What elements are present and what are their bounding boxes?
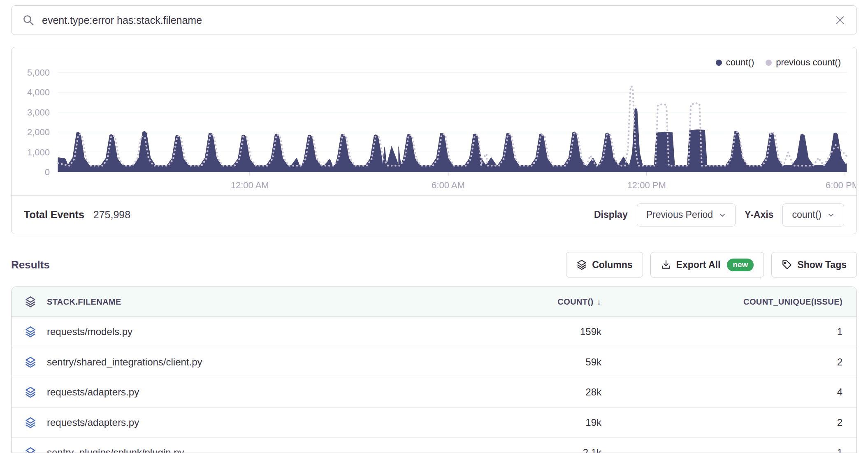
cell-count-unique: 2 [601, 356, 856, 368]
cell-count-unique: 4 [601, 386, 856, 398]
legend-item-previous-count[interactable]: previous count() [766, 57, 841, 68]
table-row[interactable]: sentry/shared_integrations/client.py 59k… [12, 347, 856, 378]
cell-stack-filename[interactable]: requests/adapters.py [36, 386, 429, 398]
cell-stack-filename[interactable]: requests/adapters.py [36, 417, 429, 428]
cell-stack-filename[interactable]: requests/models.py [36, 326, 429, 337]
results-header-row: Results Columns Export All new Show Tags [11, 252, 857, 277]
display-label: Display [594, 209, 628, 220]
layers-icon [12, 356, 36, 368]
export-all-button[interactable]: Export All new [650, 252, 764, 277]
svg-text:0: 0 [45, 167, 50, 177]
svg-text:4,000: 4,000 [27, 87, 50, 97]
column-header-count[interactable]: COUNT() ↓ [429, 296, 601, 307]
columns-button[interactable]: Columns [566, 252, 643, 277]
yaxis-select-value: count() [792, 209, 822, 220]
chart-footer: Total Events 275,998 Display Previous Pe… [12, 195, 856, 234]
column-header-stack-filename[interactable]: STACK.FILENAME [36, 297, 429, 307]
clear-search-icon[interactable] [834, 14, 846, 26]
columns-button-label: Columns [592, 259, 632, 270]
cell-count-unique: 2 [601, 417, 856, 428]
display-select[interactable]: Previous Period [637, 203, 736, 226]
total-events-value: 275,998 [93, 209, 130, 221]
column-header-count-unique[interactable]: COUNT_UNIQUE(ISSUE) [601, 297, 856, 307]
svg-text:12:00 AM: 12:00 AM [231, 180, 269, 190]
legend-label-count: count() [726, 57, 754, 68]
layers-icon [12, 386, 36, 398]
cell-stack-filename[interactable]: sentry/shared_integrations/client.py [36, 356, 429, 368]
total-events-label: Total Events [24, 209, 84, 221]
events-chart[interactable]: 01,0002,0003,0004,0005,00012:00 AM6:00 A… [12, 47, 856, 195]
new-badge: new [727, 259, 754, 271]
legend-label-previous-count: previous count() [776, 57, 841, 68]
table-row[interactable]: requests/adapters.py 19k 2 [12, 408, 856, 438]
table-header-row: STACK.FILENAME COUNT() ↓ COUNT_UNIQUE(IS… [12, 287, 856, 317]
show-tags-button[interactable]: Show Tags [771, 252, 857, 277]
search-bar [11, 5, 857, 35]
cell-count: 2.1k [429, 447, 601, 453]
cell-count-unique: 1 [601, 447, 856, 453]
layers-icon [576, 259, 587, 270]
legend-item-count[interactable]: count() [716, 57, 754, 68]
results-table: STACK.FILENAME COUNT() ↓ COUNT_UNIQUE(IS… [11, 287, 857, 453]
svg-text:2,000: 2,000 [27, 127, 50, 137]
svg-text:12:00 PM: 12:00 PM [627, 180, 666, 190]
legend-dot-count [716, 60, 722, 66]
show-tags-button-label: Show Tags [797, 259, 847, 270]
cell-count: 59k [429, 356, 601, 368]
svg-text:3,000: 3,000 [27, 107, 50, 118]
events-chart-card: count() previous count() 01,0002,0003,00… [11, 47, 857, 234]
svg-text:6:00 AM: 6:00 AM [432, 180, 465, 190]
cell-stack-filename[interactable]: sentry_plugins/splunk/plugin.py [36, 447, 429, 453]
cell-count: 159k [429, 326, 601, 337]
table-body: requests/models.py 159k 1 sentry/shared_… [12, 317, 856, 453]
table-row[interactable]: requests/models.py 159k 1 [12, 317, 856, 347]
legend-dot-previous-count [766, 60, 772, 66]
layers-icon [25, 296, 36, 307]
download-icon [661, 259, 671, 270]
tag-icon [782, 259, 792, 270]
svg-text:6:00 PM: 6:00 PM [826, 180, 856, 190]
svg-text:1,000: 1,000 [27, 147, 50, 157]
yaxis-label: Y-Axis [745, 209, 773, 220]
chart-legend: count() previous count() [716, 57, 841, 68]
search-input[interactable] [42, 14, 834, 26]
svg-text:5,000: 5,000 [27, 67, 50, 78]
search-icon [22, 14, 35, 26]
results-title: Results [11, 259, 50, 271]
layers-icon [12, 417, 36, 428]
layers-icon [12, 447, 36, 453]
layers-icon [12, 326, 36, 337]
display-select-value: Previous Period [646, 209, 713, 220]
cell-count-unique: 1 [601, 326, 856, 337]
chevron-down-icon [827, 211, 835, 219]
chevron-down-icon [719, 211, 726, 219]
cell-count: 28k [429, 386, 601, 398]
column-menu-button[interactable] [12, 296, 36, 307]
table-row[interactable]: requests/adapters.py 28k 4 [12, 377, 856, 408]
sort-desc-icon: ↓ [597, 296, 601, 307]
yaxis-select[interactable]: count() [782, 203, 844, 226]
cell-count: 19k [429, 417, 601, 428]
table-row[interactable]: sentry_plugins/splunk/plugin.py 2.1k 1 [12, 438, 856, 453]
export-all-button-label: Export All [676, 259, 721, 270]
